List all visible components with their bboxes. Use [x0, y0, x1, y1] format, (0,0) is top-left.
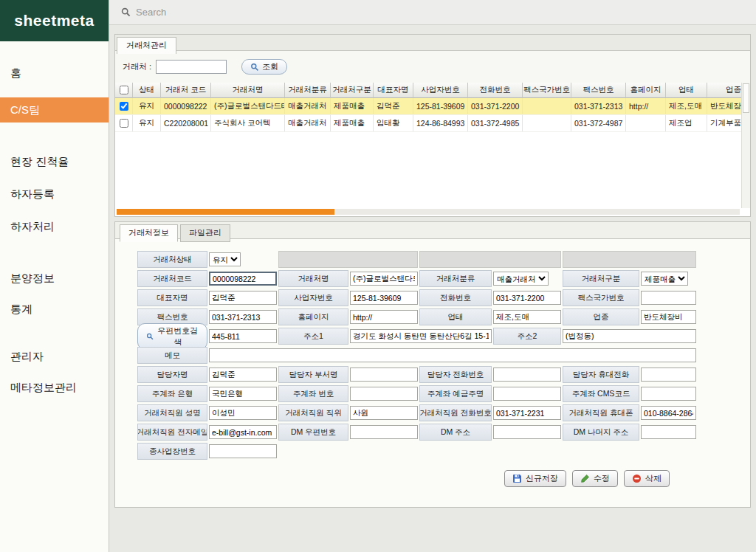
address1-input[interactable] — [350, 329, 492, 343]
column-header[interactable]: 거래처명 — [211, 83, 285, 98]
staff-name-input[interactable] — [209, 406, 277, 420]
field-label: 사업자번호 — [278, 289, 348, 306]
company-status-select[interactable]: 유지 — [209, 252, 241, 266]
column-header[interactable]: 상태 — [133, 83, 161, 98]
manager-dept-input[interactable] — [350, 368, 418, 382]
sidebar-item-admin[interactable]: 관리자 — [0, 344, 109, 369]
field-cell — [209, 289, 277, 306]
horizontal-scrollbar[interactable] — [117, 209, 740, 215]
field-cell — [209, 308, 277, 325]
field-cell — [350, 424, 418, 441]
staff-email-input[interactable] — [209, 425, 277, 439]
field-label: 전화번호 — [419, 289, 492, 306]
table-cell: 매출거래처 — [285, 98, 331, 114]
dm-zipcode-input[interactable] — [350, 425, 418, 439]
column-header[interactable]: 홈페이지 — [626, 83, 666, 98]
bank-account-input[interactable] — [350, 387, 418, 401]
table-row[interactable]: 유지0000098222(주)글로벌스탠다드테크놀로매출거래처제품매출김덕준12… — [115, 98, 750, 115]
sidebar-item-home[interactable]: 홈 — [0, 61, 109, 86]
edit-button[interactable]: 수정 — [572, 470, 618, 487]
column-header[interactable]: 거래처 코드 — [161, 83, 211, 98]
bank-name-input[interactable] — [209, 387, 277, 401]
sidebar-item-cs-team[interactable]: C/S팀 — [0, 97, 109, 123]
sidebar-item-site-progress[interactable]: 현장 진척율 — [0, 149, 109, 174]
business-number-input[interactable] — [350, 291, 418, 305]
save-new-button[interactable]: 신규저장 — [504, 470, 566, 487]
customer-detail-form: 거래처상태유지거래처코드거래처명거래처분류매출거래처거래처구분제품매출대표자명사… — [137, 251, 696, 460]
manager-name-input[interactable] — [209, 368, 277, 382]
tab-file-management[interactable]: 파일관리 — [180, 224, 230, 242]
homepage-input[interactable] — [350, 310, 418, 324]
address2-input[interactable] — [563, 329, 696, 343]
business-item-input[interactable] — [641, 310, 696, 324]
bank-cms-input[interactable] — [641, 387, 696, 401]
filter-label: 거래처 : — [123, 61, 151, 72]
dm-address-input[interactable] — [493, 425, 561, 439]
dm-address2-input[interactable] — [641, 425, 696, 439]
delete-button[interactable]: 삭제 — [624, 470, 670, 487]
tab-customer-info[interactable]: 거래처정보 — [120, 224, 178, 242]
sidebar-item-sale-info[interactable]: 분양정보 — [0, 266, 109, 291]
sidebar-item-defect-register[interactable]: 하자등록 — [0, 182, 109, 207]
select-all-checkbox[interactable] — [120, 86, 128, 94]
company-code-input[interactable] — [209, 272, 277, 286]
column-header[interactable]: 대표자명 — [374, 83, 413, 98]
field-cell — [209, 347, 696, 364]
sidebar-item-statistics[interactable]: 통계 — [0, 297, 109, 322]
zipcode-input[interactable] — [209, 329, 277, 343]
sidebar-item-meta-info[interactable]: 메타정보관리 — [0, 375, 109, 400]
column-header[interactable]: 사업자번호 — [413, 83, 468, 98]
fax-input[interactable] — [209, 310, 277, 324]
global-search-box[interactable]: Search — [109, 7, 166, 18]
field-cell — [493, 308, 561, 325]
column-header[interactable]: 팩스번호 — [571, 83, 626, 98]
customer-filter-input[interactable] — [156, 60, 227, 74]
table-cell: 김덕준 — [374, 98, 413, 114]
bank-holder-input[interactable] — [493, 387, 561, 401]
column-header[interactable]: 업태 — [666, 83, 707, 98]
sub-business-number-input[interactable] — [209, 444, 277, 458]
field-cell — [209, 366, 277, 383]
edit-label: 수정 — [594, 473, 610, 484]
save-new-label: 신규저장 — [526, 473, 558, 484]
horizontal-scrollbar-thumb[interactable] — [117, 209, 334, 215]
memo-input[interactable] — [209, 348, 696, 362]
zipcode-search-button[interactable]: 우편번호검색 — [137, 323, 207, 350]
vertical-scrollbar[interactable] — [741, 83, 750, 208]
sidebar-item-defect-process[interactable]: 하자처리 — [0, 214, 109, 239]
row-checkbox[interactable] — [120, 119, 128, 128]
manager-mobile-input[interactable] — [641, 368, 696, 382]
ceo-name-input[interactable] — [209, 291, 277, 305]
phone-input[interactable] — [493, 291, 561, 305]
field-cell — [493, 424, 561, 441]
column-header[interactable]: 전화번호 — [468, 83, 523, 98]
business-category-input[interactable] — [493, 310, 561, 324]
column-header[interactable]: 거래처분류 — [285, 83, 331, 98]
staff-position-input[interactable] — [350, 406, 418, 420]
field-cell — [209, 270, 277, 287]
fax-country-input[interactable] — [641, 291, 696, 305]
company-type-select[interactable]: 제품매출 — [641, 272, 688, 286]
staff-phone-input[interactable] — [493, 406, 561, 420]
checkbox-cell — [115, 115, 133, 131]
customer-detail-panel: 거래처정보 파일관리 거래처상태유지거래처코드거래처명거래처분류매출거래처거래처… — [114, 221, 751, 508]
field-cell: 매출거래처 — [493, 270, 561, 287]
staff-mobile-input[interactable] — [641, 406, 696, 420]
column-header[interactable]: 거래처구분 — [331, 83, 374, 98]
vertical-scrollbar-thumb[interactable] — [743, 83, 749, 113]
company-name-input[interactable] — [350, 272, 418, 286]
company-class-select[interactable]: 매출거래처 — [493, 272, 549, 286]
table-cell: 주식회사 코어텍 — [211, 115, 285, 131]
field-label: 담당자 휴대전화 — [563, 366, 639, 383]
table-row[interactable]: 유지C220208001주식회사 코어텍매출거래처제품매출임태황124-86-8… — [115, 115, 750, 132]
magnifier-icon — [250, 63, 259, 72]
save-icon — [512, 474, 522, 483]
row-checkbox[interactable] — [120, 102, 128, 111]
tab-customer-management[interactable]: 거래처관리 — [117, 37, 176, 54]
customer-list-panel: 거래처관리 거래처 : 조회 상태거래처 코드거래처명거래처분류거래처구분대표자… — [114, 34, 751, 217]
manager-phone-input[interactable] — [493, 368, 561, 382]
column-header[interactable]: 팩스국가번호 — [523, 83, 571, 98]
field-cell — [350, 308, 418, 325]
search-submit-button[interactable]: 조회 — [241, 59, 287, 75]
field-label: 거래처직원 전화번호 — [419, 404, 492, 421]
